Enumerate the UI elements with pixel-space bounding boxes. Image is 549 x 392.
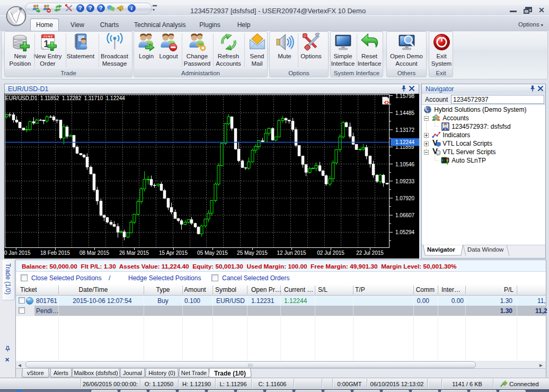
svg-text:1.12244: 1.12244: [395, 139, 415, 145]
svg-text:1.09233: 1.09233: [395, 179, 415, 184]
svg-text:26 Mar 2015: 26 Mar 2015: [119, 250, 149, 256]
svg-text:18 Feb 2015: 18 Feb 2015: [40, 250, 70, 256]
svg-text:J U N E: J U N E: [43, 35, 54, 38]
svg-text:12 Jun 2015: 12 Jun 2015: [277, 250, 306, 256]
svg-text:1.10546: 1.10546: [395, 162, 415, 167]
svg-text:?: ?: [78, 5, 82, 11]
svg-text:25 May 2015: 25 May 2015: [237, 250, 268, 256]
svg-text:?: ?: [99, 5, 102, 11]
svg-text:1.14485: 1.14485: [395, 110, 415, 116]
svg-text:22 Jul 2015: 22 Jul 2015: [356, 250, 384, 256]
svg-text:1.13172: 1.13172: [395, 127, 415, 133]
svg-text:1.15798: 1.15798: [395, 94, 415, 99]
svg-text:02 Jul 2015: 02 Jul 2015: [317, 250, 344, 256]
svg-text:08 Mar 2015: 08 Mar 2015: [79, 250, 110, 256]
svg-text:1.07920: 1.07920: [395, 195, 415, 201]
svg-text:1.06607: 1.06607: [395, 212, 415, 218]
svg-text:15 Apr 2015: 15 Apr 2015: [159, 250, 188, 256]
svg-text:30 Jan 2015: 30 Jan 2015: [4, 250, 31, 256]
svg-text:05 May 2015: 05 May 2015: [197, 250, 228, 256]
svg-text:EUR/USD,D1 1.11852 1.12282: EUR/USD,D1 1.11852 1.12282 1.11710 1.122…: [5, 95, 125, 101]
svg-text:1.05294: 1.05294: [395, 229, 415, 235]
svg-text:?: ?: [88, 5, 92, 11]
